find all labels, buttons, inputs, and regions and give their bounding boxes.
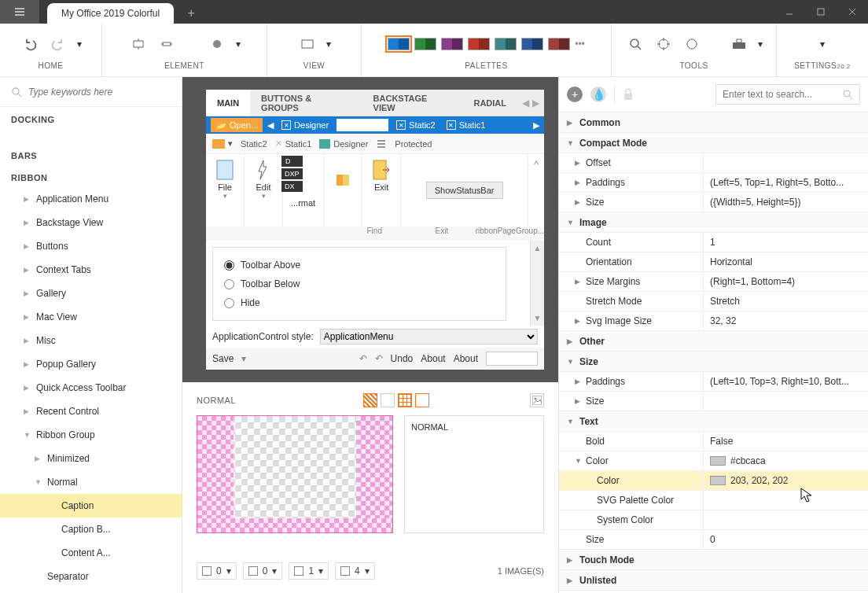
tab-buttons-groups[interactable]: BUTTONS & GROUPS bbox=[250, 90, 362, 116]
static2-seg[interactable]: Static2 bbox=[409, 120, 436, 130]
prop-system-color[interactable]: System Color bbox=[597, 514, 653, 525]
align-button-2[interactable] bbox=[155, 32, 178, 56]
margin-left-input[interactable]: 0▾ bbox=[197, 562, 237, 580]
sidebar-item[interactable]: ▼Ribbon Group bbox=[0, 423, 182, 447]
sub-static1[interactable]: ✕Static1 bbox=[275, 138, 312, 149]
undo-arrow-icon[interactable]: ↶ bbox=[359, 353, 367, 364]
property-search-input[interactable] bbox=[723, 89, 842, 100]
open-label[interactable]: Open... bbox=[230, 120, 258, 130]
sidebar-item[interactable]: ▶Backstage View bbox=[0, 211, 182, 234]
sidebar-item[interactable]: ▶Minimized bbox=[0, 447, 182, 470]
image-placeholder-icon[interactable] bbox=[530, 393, 544, 407]
sidebar-item[interactable]: ▶Context Tabs bbox=[0, 258, 182, 282]
toolbox-dropdown[interactable]: ▾ bbox=[756, 32, 765, 56]
back-arrow-icon[interactable]: ◀ bbox=[267, 120, 274, 131]
sub-menu-icon[interactable]: ▾ bbox=[212, 138, 233, 149]
sub-list-icon[interactable] bbox=[376, 139, 387, 149]
prop-text-size[interactable]: Size bbox=[586, 534, 604, 545]
sidebar-item[interactable]: ▶Mac View bbox=[0, 305, 182, 329]
tab-prev-icon[interactable]: ◀ bbox=[522, 98, 529, 109]
palette-swatch-1[interactable] bbox=[414, 38, 436, 50]
save-input[interactable] bbox=[486, 352, 538, 366]
cat-compact[interactable]: ▼Compact Mode bbox=[559, 133, 868, 153]
sidebar-item[interactable]: ▼Normal bbox=[0, 470, 182, 494]
sub-static2[interactable]: Static2 bbox=[241, 139, 267, 149]
brush-dropdown[interactable]: ▾ bbox=[234, 32, 243, 56]
ribbon-header[interactable]: RIBBON bbox=[0, 165, 182, 187]
frame-icon[interactable] bbox=[415, 393, 429, 407]
grid-icon[interactable] bbox=[398, 393, 412, 407]
circle-tool-icon[interactable] bbox=[680, 32, 704, 56]
window-tab[interactable]: My Office 2019 Colorful bbox=[47, 3, 174, 24]
about-2[interactable]: About bbox=[454, 353, 478, 364]
undo-text-icon[interactable]: ↶ bbox=[375, 353, 383, 364]
grey-icon[interactable] bbox=[381, 393, 395, 407]
margin-right-input[interactable]: 1▾ bbox=[289, 562, 329, 580]
prop-color[interactable]: Color bbox=[586, 455, 609, 466]
palette-swatch-0[interactable] bbox=[388, 38, 410, 50]
prop-orientation[interactable]: Orientation bbox=[586, 256, 632, 267]
search-tool-icon[interactable] bbox=[623, 32, 647, 56]
add-property-button[interactable]: + bbox=[567, 87, 583, 102]
palette-swatch-3[interactable] bbox=[468, 38, 490, 50]
radio-toolbar-below[interactable]: Toolbar Below bbox=[224, 274, 495, 293]
prop-compact-size[interactable]: Size bbox=[586, 197, 604, 208]
prop-size-margins[interactable]: Size Margins bbox=[586, 276, 640, 287]
cat-other[interactable]: ▶Other bbox=[559, 331, 868, 352]
sub-designer[interactable]: Designer bbox=[319, 139, 368, 149]
docking-header[interactable]: DOCKING bbox=[0, 107, 182, 129]
margin-bottom-input[interactable]: 4▾ bbox=[335, 562, 375, 580]
tab-main[interactable]: MAIN bbox=[206, 90, 250, 116]
prop-size-size[interactable]: Size bbox=[586, 396, 604, 407]
sidebar-item[interactable]: ▶Misc bbox=[0, 329, 182, 352]
sidebar-item[interactable]: ▶Quick Access Toolbar bbox=[0, 376, 182, 400]
lock-icon[interactable] bbox=[623, 88, 634, 101]
radio-toolbar-above[interactable]: Toolbar Above bbox=[224, 256, 495, 274]
close-button[interactable] bbox=[837, 0, 868, 24]
sidebar-item[interactable]: ▶Popup Gallery bbox=[0, 352, 182, 376]
target-tool-icon[interactable] bbox=[652, 32, 675, 56]
palette-more-icon[interactable]: ••• bbox=[575, 39, 585, 50]
prop-color-rgb[interactable]: Color bbox=[597, 475, 620, 486]
minimize-button[interactable] bbox=[774, 0, 805, 24]
collapse-icon[interactable]: ^ bbox=[528, 154, 544, 227]
about-1[interactable]: About bbox=[421, 353, 445, 364]
sidebar-item[interactable]: Caption bbox=[0, 494, 182, 517]
sidebar-item[interactable]: ▶Gallery bbox=[0, 282, 182, 305]
designer-input[interactable] bbox=[337, 119, 388, 131]
settings-dropdown[interactable]: ▾ bbox=[818, 32, 827, 56]
add-tab-button[interactable]: + bbox=[180, 3, 202, 24]
palette-swatch-5[interactable] bbox=[521, 38, 543, 50]
scroll-down-icon[interactable]: ▼ bbox=[531, 314, 544, 322]
maximize-button[interactable] bbox=[805, 0, 837, 24]
brush-button[interactable] bbox=[205, 32, 229, 56]
hatch-icon[interactable] bbox=[363, 393, 377, 407]
designer-seg[interactable]: Designer bbox=[294, 120, 329, 130]
bars-header[interactable]: BARS bbox=[0, 143, 182, 165]
align-button-1[interactable] bbox=[127, 32, 150, 56]
prop-count[interactable]: Count bbox=[586, 237, 611, 248]
palette-swatch-6[interactable] bbox=[548, 38, 570, 50]
tab-radial[interactable]: RADIAL bbox=[462, 90, 517, 116]
cat-image[interactable]: ▼Image bbox=[559, 212, 868, 233]
find-icon[interactable] bbox=[332, 170, 354, 192]
palette-swatch-2[interactable] bbox=[441, 38, 463, 50]
tab-backstage-view[interactable]: BACKSTAGE VIEW bbox=[362, 90, 463, 116]
cat-touch[interactable]: ▶Touch Mode bbox=[559, 550, 868, 570]
radio-hide[interactable]: Hide bbox=[224, 293, 495, 312]
prop-bold[interactable]: Bold bbox=[586, 436, 605, 447]
sidebar-item[interactable]: Separator bbox=[0, 565, 182, 588]
edit-icon[interactable] bbox=[252, 159, 274, 181]
toolbox-icon[interactable] bbox=[727, 32, 751, 56]
prop-stretch[interactable]: Stretch Mode bbox=[586, 296, 642, 307]
undo-dropdown[interactable]: ▾ bbox=[75, 32, 84, 56]
view-button[interactable] bbox=[296, 32, 319, 56]
style-select[interactable]: ApplicationMenu bbox=[320, 329, 538, 344]
cat-unlisted[interactable]: ▶Unlisted bbox=[559, 570, 868, 591]
sub-protected[interactable]: Protected bbox=[395, 139, 432, 149]
show-status-bar-button[interactable]: ShowStatusBar bbox=[426, 182, 503, 199]
redo-button[interactable] bbox=[46, 32, 70, 56]
exit-icon[interactable] bbox=[370, 159, 392, 181]
undo-button[interactable] bbox=[18, 32, 42, 56]
file-icon[interactable] bbox=[214, 159, 236, 181]
